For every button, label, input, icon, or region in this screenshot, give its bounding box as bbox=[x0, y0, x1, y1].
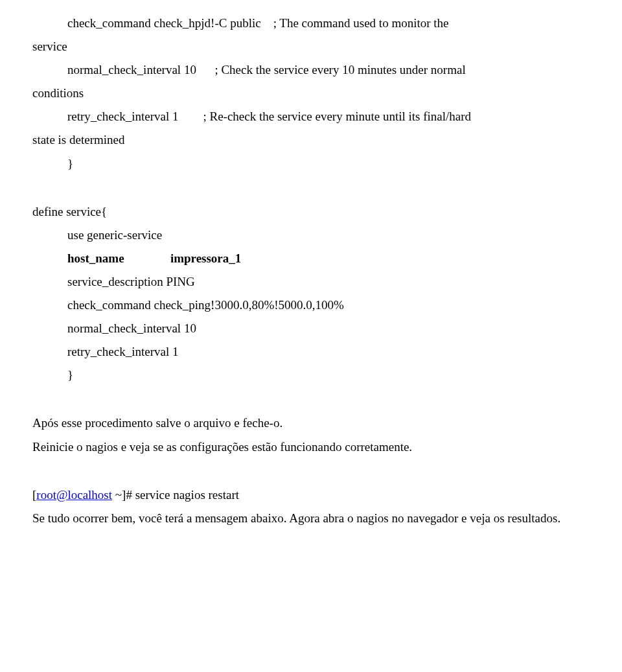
comment: ; The command used to monitor the bbox=[273, 16, 449, 30]
text: retry_check_interval 1 bbox=[67, 110, 178, 123]
config-line: } bbox=[32, 364, 590, 387]
key: host_name bbox=[67, 251, 124, 265]
config-line: check_command check_ping!3000.0,80%!5000… bbox=[32, 294, 590, 317]
config-line: define service{ bbox=[32, 200, 590, 224]
config-line: host_name impressora_1 bbox=[32, 247, 590, 270]
command-line: [root@localhost ~]# service nagios resta… bbox=[32, 483, 590, 507]
config-line: normal_check_interval 10 ; Check the ser… bbox=[32, 58, 590, 82]
text: normal_check_interval 10 bbox=[67, 63, 196, 76]
text: check_command check_hpjd!-C public bbox=[67, 16, 261, 30]
config-line: use generic-service bbox=[32, 224, 590, 247]
user-host-link[interactable]: root@localhost bbox=[36, 488, 112, 502]
paragraph: Após esse procedimento salve o arquivo e… bbox=[32, 411, 590, 435]
config-line: retry_check_interval 1 ; Re-check the se… bbox=[32, 105, 590, 128]
config-line: } bbox=[32, 152, 590, 176]
value: impressora_1 bbox=[170, 251, 241, 265]
config-line: service bbox=[32, 35, 590, 58]
paragraph: Se tudo ocorrer bem, você terá a mensage… bbox=[32, 507, 590, 530]
comment: ; Re-check the service every minute unti… bbox=[203, 110, 471, 123]
config-line: check_command check_hpjd!-C public ; The… bbox=[32, 12, 590, 35]
config-line: normal_check_interval 10 bbox=[32, 317, 590, 340]
config-line: conditions bbox=[32, 82, 590, 105]
config-line: state is determined bbox=[32, 128, 590, 152]
comment: ; Check the service every 10 minutes und… bbox=[214, 63, 465, 76]
paragraph: Reinicie o nagios e veja se as configura… bbox=[32, 435, 590, 459]
cmd-suffix: ~]# service nagios restart bbox=[112, 488, 239, 502]
config-line: retry_check_interval 1 bbox=[32, 340, 590, 364]
config-line: service_description PING bbox=[32, 270, 590, 294]
